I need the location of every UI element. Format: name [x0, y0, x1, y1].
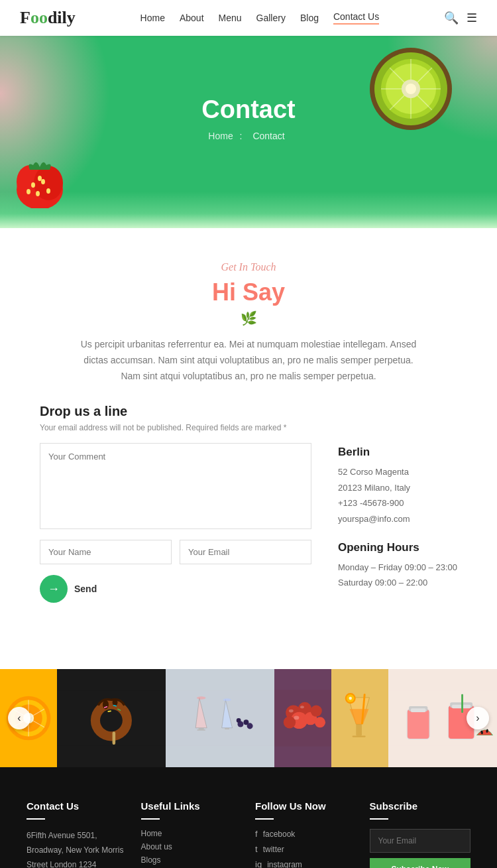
nav-blog[interactable]: Blog: [300, 13, 319, 23]
svg-point-63: [315, 717, 325, 728]
kiwi-icon: [368, 46, 454, 132]
get-in-touch-label: Get In Touch: [40, 261, 457, 273]
svg-rect-44: [166, 691, 274, 747]
footer-divider-subscribe: [370, 818, 388, 820]
svg-point-3: [31, 182, 35, 188]
nav-about[interactable]: About: [180, 13, 204, 23]
svg-rect-49: [225, 728, 229, 729]
gallery-prev-button[interactable]: ‹: [8, 707, 30, 729]
gallery-image-drinks[interactable]: [166, 669, 274, 767]
contact-info: Berlin 52 Corso Magenta 20123 Milano, It…: [338, 443, 457, 603]
hero-grass: [0, 192, 497, 228]
hero-banner: Contact Home : Contact: [0, 36, 497, 228]
contact-section: Get In Touch Hi Say 🌿 Us percipit urbani…: [0, 228, 497, 629]
search-icon[interactable]: 🔍: [444, 11, 459, 25]
svg-rect-69: [353, 736, 366, 737]
footer-link-home[interactable]: Home: [141, 829, 243, 838]
address-line1: 52 Corso Magenta: [338, 464, 457, 479]
breadcrumb-current: Contact: [252, 131, 284, 141]
subscribe-button[interactable]: Subscribe Now: [370, 858, 471, 868]
social-facebook[interactable]: f facebook: [255, 829, 357, 839]
city-name: Berlin: [338, 446, 457, 459]
svg-point-48: [223, 699, 231, 702]
contact-grid: → Send Berlin 52 Corso Magenta 20123 Mil…: [40, 443, 457, 603]
gallery-next-button[interactable]: ›: [467, 707, 489, 729]
menu-icon[interactable]: ☰: [467, 11, 477, 25]
svg-point-54: [247, 723, 253, 729]
svg-point-66: [294, 716, 299, 720]
saturday-hours: Saturday 09:00 – 22:00: [338, 575, 457, 590]
svg-rect-47: [197, 729, 205, 731]
form-row: [40, 540, 311, 564]
contact-form: → Send: [40, 443, 311, 603]
breadcrumb-home[interactable]: Home: [208, 131, 233, 141]
footer-contact-title: Contact Us: [27, 800, 128, 812]
footer-subscribe-title: Subscribe: [370, 800, 471, 812]
svg-point-7: [46, 188, 50, 194]
svg-point-22: [406, 84, 416, 94]
footer-links-title: Useful Links: [141, 800, 243, 812]
svg-point-36: [100, 710, 123, 732]
twitter-icon: t: [255, 844, 258, 854]
nav-menu[interactable]: Menu: [219, 13, 242, 23]
facebook-link[interactable]: facebook: [263, 830, 296, 839]
phone-number: +123 -45678-900: [338, 495, 457, 511]
footer-subscribe-col: Subscribe Subscribe Now: [370, 800, 471, 868]
gallery-image-donut[interactable]: [57, 669, 166, 767]
required-note: Your email address will not be published…: [40, 423, 457, 432]
footer-link-about[interactable]: About us: [141, 842, 243, 851]
comment-input[interactable]: [40, 443, 311, 529]
address-line2: 20123 Milano, Italy: [338, 480, 457, 495]
weekday-hours: Monday – Friday 09:00 – 23:00: [338, 560, 457, 575]
svg-point-62: [310, 706, 321, 717]
svg-rect-43: [113, 732, 116, 745]
svg-point-4: [41, 179, 45, 184]
hi-word: Hi: [212, 279, 236, 306]
svg-rect-46: [199, 728, 204, 729]
instagram-link[interactable]: instagram: [267, 860, 302, 868]
gallery-strip: ‹: [0, 669, 497, 767]
say-word: Say: [243, 279, 285, 306]
footer-link-blogs[interactable]: Blogs: [141, 855, 243, 865]
svg-rect-75: [407, 710, 429, 739]
svg-point-73: [349, 697, 352, 700]
twitter-link[interactable]: twitter: [263, 845, 284, 854]
breadcrumb-sep: :: [240, 131, 243, 141]
instagram-icon: ig: [255, 859, 262, 868]
svg-point-5: [36, 191, 40, 196]
nav: Home About Menu Gallery Blog Contact Us: [140, 11, 380, 25]
footer-links-col: Useful Links Home About us Blogs Terms O…: [141, 800, 243, 868]
footer-grid: Contact Us 6Fifth Avenue 5501, Broadway,…: [27, 800, 470, 868]
contact-description: Us percipit urbanitas referrentur ea. Me…: [76, 337, 421, 384]
social-twitter[interactable]: t twitter: [255, 844, 357, 854]
send-button[interactable]: → Send: [40, 575, 311, 603]
nav-home[interactable]: Home: [140, 13, 165, 23]
facebook-icon: f: [255, 829, 258, 839]
name-input[interactable]: [40, 540, 172, 564]
drop-line-heading: Drop us a line: [40, 404, 457, 419]
opening-hours-title: Opening Hours: [338, 541, 457, 554]
svg-point-55: [237, 718, 241, 723]
footer-divider-social: [255, 818, 274, 820]
svg-point-45: [197, 697, 206, 700]
gallery-image-cocktail[interactable]: [331, 669, 388, 767]
nav-contact[interactable]: Contact Us: [333, 11, 379, 25]
svg-point-65: [300, 706, 304, 709]
footer: Contact Us 6Fifth Avenue 5501, Broadway,…: [0, 767, 497, 868]
logo[interactable]: Foodily: [20, 8, 76, 28]
social-instagram[interactable]: ig instagram: [255, 859, 357, 868]
send-label: Send: [74, 584, 97, 594]
footer-divider-contact: [27, 818, 45, 820]
leaf-divider: 🌿: [40, 310, 457, 326]
breadcrumb: Home : Contact: [0, 131, 497, 141]
svg-point-64: [289, 710, 294, 713]
email-input[interactable]: [180, 540, 311, 564]
subscribe-email-input[interactable]: [370, 829, 471, 853]
svg-rect-77: [411, 709, 426, 713]
gallery-image-berries[interactable]: [274, 669, 331, 767]
svg-rect-68: [356, 725, 362, 736]
hi-say-heading: Hi Say: [40, 279, 457, 306]
email-address: yourspa@info.com: [338, 511, 457, 527]
nav-gallery[interactable]: Gallery: [256, 13, 286, 23]
footer-divider-links: [141, 818, 160, 820]
